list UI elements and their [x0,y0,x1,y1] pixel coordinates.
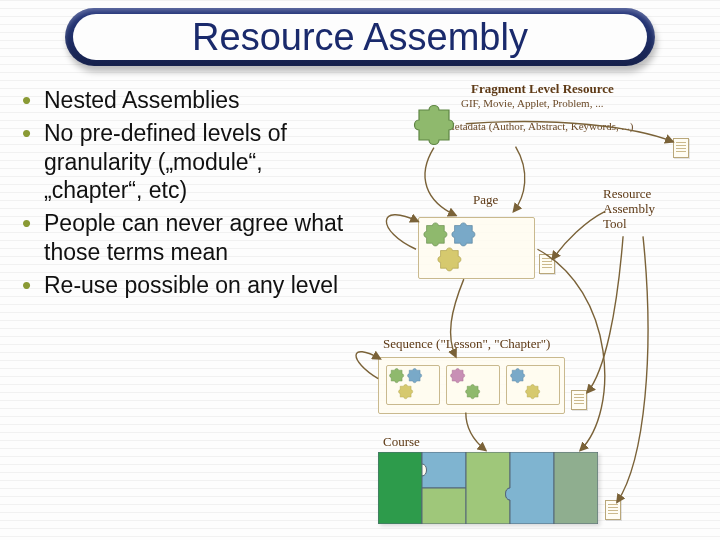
page-icon [571,390,587,410]
puzzle-piece-icon [510,368,526,384]
bullet-item: Re-use possible on any level [18,271,353,300]
slide: Resource Assembly Nested Assemblies No p… [0,0,720,540]
puzzle-piece-icon [451,222,477,248]
rat-label: ResourceAssemblyTool [603,187,693,232]
page-icon [539,254,555,274]
puzzle-piece-icon [413,104,457,148]
bullet-item: No pre-defined levels of granularity („m… [18,119,353,205]
page-label: Page [473,193,498,208]
page-icon [605,500,621,520]
puzzle-piece-icon [407,368,423,384]
fragment-sub-label: GIF, Movie, Applet, Problem, ... [461,97,603,110]
bullet-item: People can never agree what those terms … [18,209,353,267]
puzzle-piece-icon [389,368,405,384]
puzzle-piece-icon [525,384,541,400]
bullet-item: Nested Assemblies [18,86,353,115]
puzzle-piece-icon [398,384,414,400]
bullet-list: Nested Assemblies No pre-defined levels … [18,86,353,299]
slide-title: Resource Assembly [184,16,536,59]
title-bar: Resource Assembly [65,8,655,66]
puzzle-piece-icon [450,368,466,384]
puzzle-piece-icon [465,384,481,400]
course-label: Course [383,435,420,450]
sequence-label: Sequence ("Lesson", "Chapter") [383,337,550,352]
diagram: Fragment Level Resource GIF, Movie, Appl… [353,82,708,530]
bullet-list-container: Nested Assemblies No pre-defined levels … [18,82,353,530]
fragment-level-label: Fragment Level Resource [471,82,614,97]
metadata-label: Metadata (Author, Abstract, Keywords, ..… [445,120,633,133]
puzzle-piece-icon [437,247,463,273]
slide-body: Nested Assemblies No pre-defined levels … [18,82,708,530]
page-icon [673,138,689,158]
course-frame [378,452,598,524]
puzzle-piece-icon [423,222,449,248]
